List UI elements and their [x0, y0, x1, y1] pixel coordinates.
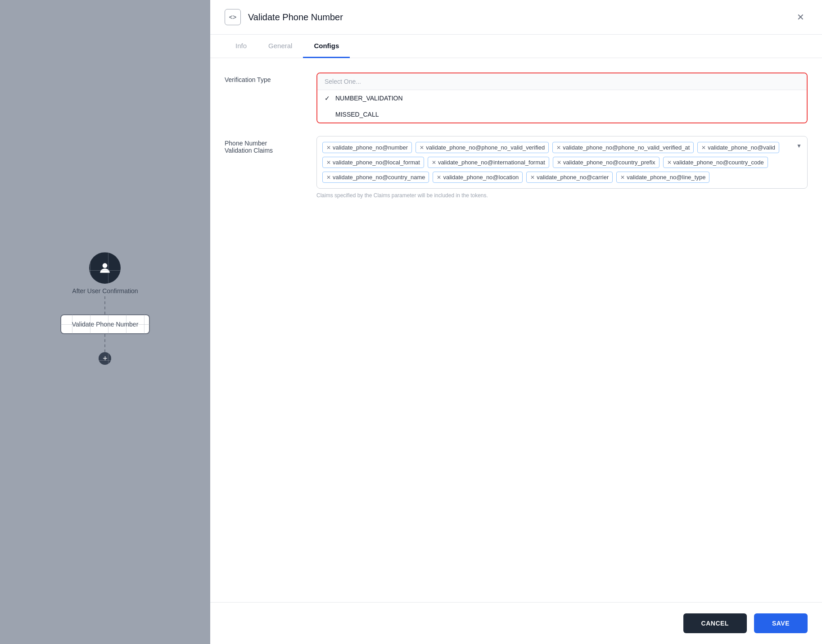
close-button[interactable]: ✕: [793, 10, 808, 24]
tag-international-format[interactable]: ✕ validate_phone_no@international_format: [428, 157, 549, 168]
grid-background: [0, 0, 210, 644]
tag-remove-valid[interactable]: ✕: [701, 145, 706, 151]
tag-remove-international-format[interactable]: ✕: [432, 159, 436, 166]
claims-row: Phone NumberValidation Claims ▼ ✕ valida…: [225, 136, 808, 199]
tag-remove-country-name[interactable]: ✕: [326, 174, 331, 181]
dropdown-arrow-icon: ▼: [796, 143, 802, 149]
config-panel: <> Validate Phone Number ✕ Info General …: [210, 0, 822, 644]
tag-number[interactable]: ✕ validate_phone_no@number: [322, 142, 412, 153]
tag-line-type[interactable]: ✕ validate_phone_no@line_type: [616, 172, 709, 183]
tag-country-code[interactable]: ✕ validate_phone_no@country_code: [663, 157, 768, 168]
tag-valid[interactable]: ✕ validate_phone_no@valid: [697, 142, 779, 153]
tags-container[interactable]: ▼ ✕ validate_phone_no@number ✕ validate_…: [316, 136, 808, 189]
canvas-area: After User Confirmation Validate Phone N…: [0, 0, 210, 644]
tag-remove-country-code[interactable]: ✕: [667, 159, 672, 166]
tag-location[interactable]: ✕ validate_phone_no@location: [433, 172, 523, 183]
tab-bar: Info General Configs: [210, 35, 822, 58]
tag-remove-local-format[interactable]: ✕: [326, 159, 331, 166]
claims-control: ▼ ✕ validate_phone_no@number ✕ validate_…: [316, 136, 808, 199]
code-icon-button[interactable]: <>: [225, 9, 241, 25]
panel-footer: CANCEL SAVE: [210, 602, 822, 644]
tab-general[interactable]: General: [257, 35, 303, 58]
verification-type-label: Verification Type: [225, 73, 306, 83]
tag-carrier[interactable]: ✕ validate_phone_no@carrier: [526, 172, 613, 183]
save-button[interactable]: SAVE: [754, 613, 808, 633]
panel-content: Verification Type Select One... ✓ NUMBER…: [210, 58, 822, 602]
tag-remove-location[interactable]: ✕: [437, 174, 441, 181]
code-icon: <>: [229, 14, 236, 21]
panel-header: <> Validate Phone Number ✕: [210, 0, 822, 35]
tag-remove-country-prefix[interactable]: ✕: [557, 159, 561, 166]
tab-configs[interactable]: Configs: [303, 35, 350, 58]
panel-title: Validate Phone Number: [248, 12, 786, 23]
tag-remove-number[interactable]: ✕: [326, 145, 331, 151]
claims-label: Phone NumberValidation Claims: [225, 136, 306, 154]
tag-remove-phone-no-valid-verified[interactable]: ✕: [420, 145, 424, 151]
tag-country-prefix[interactable]: ✕ validate_phone_no@country_prefix: [553, 157, 659, 168]
tag-local-format[interactable]: ✕ validate_phone_no@local_format: [322, 157, 424, 168]
verification-type-control: Select One... ✓ NUMBER_VALIDATION ✓ MISS…: [316, 73, 808, 123]
claims-helper-text: Claims specified by the Claims parameter…: [316, 192, 808, 199]
cancel-button[interactable]: CANCEL: [683, 613, 747, 633]
option-number-validation[interactable]: ✓ NUMBER_VALIDATION: [317, 90, 807, 106]
option-missed-call[interactable]: ✓ MISSED_CALL: [317, 106, 807, 122]
tag-phone-no-valid-verified[interactable]: ✕ validate_phone_no@phone_no_valid_verif…: [416, 142, 549, 153]
tag-phone-no-valid-verified-at[interactable]: ✕ validate_phone_no@phone_no_valid_verif…: [552, 142, 694, 153]
tag-remove-line-type[interactable]: ✕: [620, 174, 625, 181]
tag-remove-phone-no-valid-verified-at[interactable]: ✕: [556, 145, 561, 151]
tab-info[interactable]: Info: [225, 35, 257, 58]
dropdown-search-placeholder[interactable]: Select One...: [317, 73, 807, 90]
verification-type-dropdown[interactable]: Select One... ✓ NUMBER_VALIDATION ✓ MISS…: [316, 73, 808, 123]
tag-remove-carrier[interactable]: ✕: [530, 174, 535, 181]
check-icon: ✓: [325, 95, 332, 102]
verification-type-row: Verification Type Select One... ✓ NUMBER…: [225, 73, 808, 123]
tag-country-name[interactable]: ✕ validate_phone_no@country_name: [322, 172, 429, 183]
